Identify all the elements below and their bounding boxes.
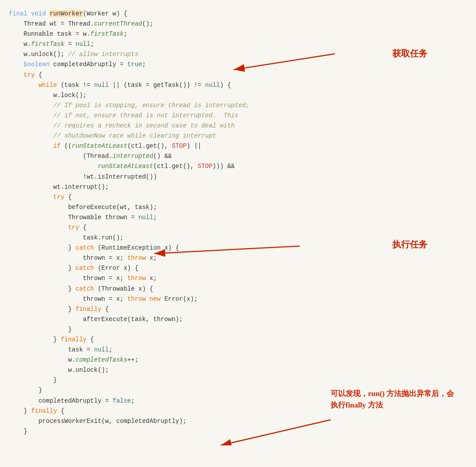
code-line: if ((runStateAtLeast(ctl.get(), STOP) ||: [9, 141, 467, 151]
code-line: w.lock();: [9, 90, 467, 101]
code-line: Runnable task = w.firstTask;: [9, 29, 467, 39]
code-line: afterExecute(task, thrown);: [9, 314, 467, 325]
code-line: }: [9, 325, 467, 335]
code-line: } finally {: [9, 406, 467, 416]
code-line: // if not, ensure thread is not interrup…: [9, 111, 467, 121]
code-line: }: [9, 385, 467, 396]
code-line: try {: [9, 223, 467, 233]
code-line: task = null;: [9, 345, 467, 355]
code-line: }: [9, 426, 467, 437]
code-line: } catch (Throwable x) {: [9, 284, 467, 294]
code-line: try {: [9, 70, 467, 80]
code-line: } finally {: [9, 335, 467, 345]
code-line: thrown = x; throw x;: [9, 253, 467, 263]
code-line: w.unlock(); // allow interrupts: [9, 49, 467, 60]
code-line: Throwable thrown = null;: [9, 213, 467, 223]
code-line: // requires a recheck in second case to …: [9, 121, 467, 131]
code-line: while (task != null || (task = getTask()…: [9, 80, 467, 90]
code-line: try {: [9, 192, 467, 202]
code-line: // If pool is stopping, ensure thread is…: [9, 101, 467, 111]
code-line: processWorkerExit(w, completedAbruptly);: [9, 416, 467, 426]
code-line: // shutdownNow race while clearing inter…: [9, 131, 467, 141]
code-line: w.completedTasks++;: [9, 355, 467, 365]
code-line: runStateAtLeast(ctl.get(), STOP))) &&: [9, 161, 467, 172]
code-block: final void runWorker(Worker w) { Thread …: [9, 9, 467, 437]
code-line: thrown = x; throw new Error(x);: [9, 294, 467, 304]
code-line: task.run();: [9, 233, 467, 243]
code-line: (Thread.interrupted() &&: [9, 151, 467, 161]
code-line: } catch (RuntimeException x) {: [9, 243, 467, 253]
code-line: boolean completedAbruptly = true;: [9, 60, 467, 70]
code-line: thrown = x; throw x;: [9, 273, 467, 284]
code-line: w.firstTask = null;: [9, 39, 467, 49]
code-line: } catch (Error x) {: [9, 263, 467, 273]
code-line: }: [9, 375, 467, 385]
code-line: !wt.isInterrupted()): [9, 172, 467, 182]
code-line: } finally {: [9, 304, 467, 314]
code-line: completedAbruptly = false;: [9, 396, 467, 406]
code-line: wt.interrupt();: [9, 182, 467, 192]
code-line: Thread wt = Thread.currentThread();: [9, 19, 467, 29]
code-container: final void runWorker(Worker w) { Thread …: [9, 4, 467, 441]
code-line: w.unlock();: [9, 365, 467, 375]
code-line: beforeExecute(wt, task);: [9, 202, 467, 213]
code-line: final void runWorker(Worker w) {: [9, 9, 467, 19]
